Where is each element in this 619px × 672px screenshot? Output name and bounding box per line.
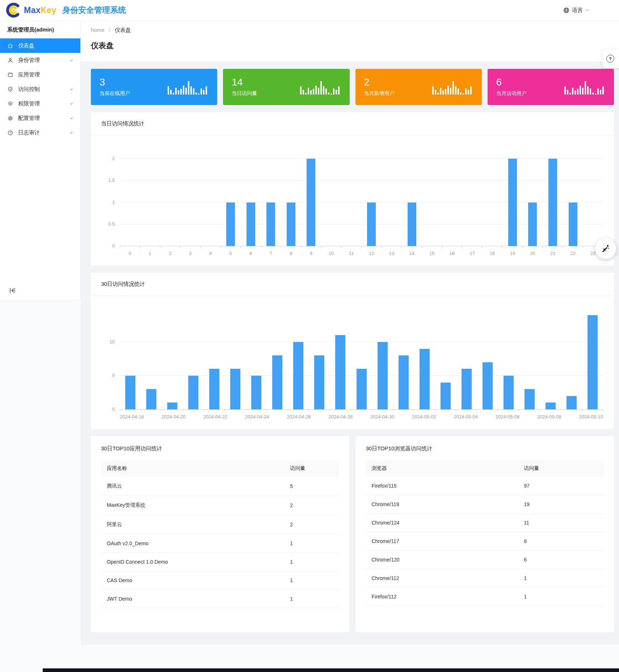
bar-2024-05-01[interactable] [399,355,409,409]
bar-2024-04-20[interactable] [167,402,177,409]
bar-chart[interactable]: 00.511.520123456789101112131415161718192… [91,135,614,266]
cell-name: MaxKey管理系统 [101,496,284,515]
bar-2024-05-02[interactable] [420,349,430,409]
bar-2024-04-21[interactable] [188,376,198,409]
bar-2024-05-04[interactable] [462,369,472,409]
bar-12[interactable] [367,203,376,246]
language-menu[interactable]: 语言 [563,7,589,14]
bar-band [519,308,540,409]
x-axis-label [561,414,579,420]
chevron-down-icon [69,58,74,63]
mini-bar-chart-icon [432,79,472,95]
brand: MaxKey 身份安全管理系统 [6,3,126,18]
bar-2024-04-25[interactable] [272,355,282,409]
sidebar-item-permissions[interactable]: 权限管理 [0,96,80,111]
sidebar-item-dashboard[interactable]: 仪表盘 [0,38,80,53]
sidebar-item-label: 日志审计 [18,129,69,136]
x-axis-label: 8 [281,251,301,256]
bar-band [141,308,162,409]
x-axis-label [311,414,329,420]
stat-card-text: 2当月新增用户 [364,77,395,96]
x-axis-label: 2024-05-08 [537,414,561,420]
bar-2024-05-07[interactable] [525,389,535,409]
table-row: Firefox/11597 [366,477,604,495]
bar-2024-05-06[interactable] [504,376,514,409]
sidebar-menu: 仪表盘身份管理应用管理访问控制权限管理配置管理日志审计 [0,38,80,140]
bar-band [561,308,582,409]
help-floating-button[interactable]: ? [602,49,619,68]
x-axis-label: 2024-04-28 [329,414,353,420]
bar-band [583,148,603,246]
bar-band [201,148,221,246]
bar-band [225,308,246,409]
bar-band [301,148,321,246]
cell-count: 1 [284,534,339,553]
sidebar-item-access[interactable]: 访问控制 [0,82,80,96]
bar-14[interactable] [408,203,416,246]
bar-2024-05-09[interactable] [567,396,577,409]
bar-2024-04-27[interactable] [314,355,324,409]
sidebar-item-config[interactable]: 配置管理 [0,111,80,125]
bar-19[interactable] [508,159,517,246]
table-row: JWT Demo1 [101,590,339,608]
bar-2024-04-23[interactable] [230,369,240,409]
table-panel-1: 30日TOP10浏览器访问统计浏览器访问量Firefox/11597Chrome… [356,436,614,632]
bar-6[interactable] [247,203,255,246]
bar-2024-04-28[interactable] [335,335,345,409]
mini-bar-chart-icon [300,79,340,95]
bar-2024-05-10[interactable] [588,315,598,409]
x-axis-label: 0 [120,251,140,256]
bar-band [120,308,141,409]
bar-20[interactable] [528,203,537,246]
x-axis-label: 2024-04-30 [370,414,395,420]
cell-name: Chrome/117 [366,532,518,551]
bar-2024-04-18[interactable] [125,376,135,409]
bar-21[interactable] [548,159,557,246]
bar-2024-04-30[interactable] [378,342,388,409]
bar-2024-04-24[interactable] [251,376,261,409]
bar-2024-05-03[interactable] [441,383,451,409]
x-axis-label: 5 [220,251,241,256]
cell-name: 腾讯云 [101,477,284,496]
bar-2024-04-29[interactable] [357,369,367,409]
magic-wand-floating-button[interactable] [595,238,616,259]
table-row: 腾讯云5 [101,477,339,496]
sidebar-item-identity[interactable]: 身份管理 [0,53,80,67]
column-header: 访问量 [518,460,604,477]
cell-count: 1 [518,588,604,606]
bar-2024-04-22[interactable] [209,369,219,409]
cell-count: 1 [518,569,604,588]
breadcrumb-current: 仪表盘 [115,27,131,34]
sidebar-item-apps[interactable]: 应用管理 [0,67,80,82]
bar-2024-04-19[interactable] [146,389,156,409]
table-panel-0: 30日TOP10应用访问统计应用名称访问量腾讯云5MaxKey管理系统2阿里云2… [91,436,349,632]
bar-8[interactable] [287,203,295,246]
cell-name: Firefox/115 [366,477,518,495]
sidebar-item-audit[interactable]: 日志审计 [0,125,80,140]
stat-label: 当日访问量 [232,90,257,97]
bar-2024-04-26[interactable] [293,342,303,409]
breadcrumb-home-link[interactable]: home [91,27,105,34]
cell-count: 97 [518,477,604,495]
bar-9[interactable] [307,159,315,246]
bar-2024-05-08[interactable] [546,402,556,409]
cell-name: 阿里云 [101,515,284,534]
y-axis-label: 0 [97,406,115,412]
x-axis-label: 2024-04-24 [245,414,269,420]
cell-count: 11 [518,514,604,532]
bar-band [482,148,502,246]
table-title: 30日TOP10浏览器访问统计 [356,436,614,460]
sidebar-collapse-button[interactable] [9,287,16,294]
bar-7[interactable] [266,203,275,246]
stat-value: 14 [232,77,257,87]
bar-band [498,308,519,409]
bar-5[interactable] [226,203,235,246]
x-axis-label: 21 [543,251,563,256]
cell-count: 2 [284,515,339,534]
bar-chart[interactable]: 05102024-04-182024-04-202024-04-222024-0… [91,296,614,429]
x-axis-label: 19 [502,251,523,256]
gem-icon [7,101,13,107]
bar-22[interactable] [569,203,577,246]
stat-card-online-users: 3当前在线用户 [91,69,217,105]
bar-2024-05-05[interactable] [483,362,493,409]
